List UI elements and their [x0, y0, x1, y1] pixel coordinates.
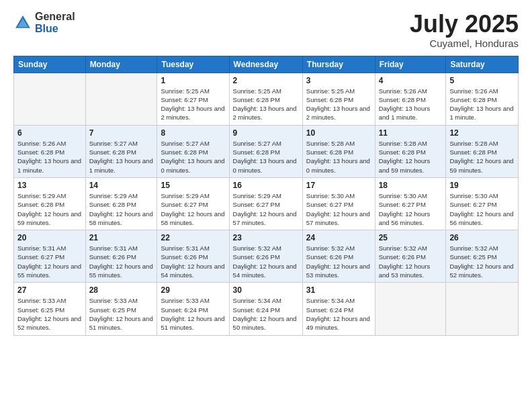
day-number: 7	[89, 128, 154, 138]
calendar-cell: 16Sunrise: 5:29 AMSunset: 6:27 PMDayligh…	[229, 177, 302, 230]
day-number: 8	[161, 128, 225, 138]
calendar-cell: 8Sunrise: 5:27 AMSunset: 6:28 PMDaylight…	[157, 125, 229, 177]
day-number: 3	[306, 76, 371, 85]
day-info: Sunrise: 5:28 AMSunset: 6:28 PMDaylight:…	[306, 139, 371, 175]
day-info: Sunrise: 5:25 AMSunset: 6:27 PMDaylight:…	[161, 87, 225, 122]
col-header-tuesday: Tuesday	[157, 56, 229, 73]
day-number: 9	[233, 128, 299, 138]
col-header-wednesday: Wednesday	[229, 56, 302, 73]
day-number: 30	[233, 285, 299, 295]
calendar-cell: 30Sunrise: 5:34 AMSunset: 6:24 PMDayligh…	[229, 283, 302, 335]
day-number: 6	[17, 128, 82, 138]
day-info: Sunrise: 5:30 AMSunset: 6:27 PMDaylight:…	[306, 191, 371, 227]
col-header-saturday: Saturday	[446, 56, 519, 73]
calendar-table: SundayMondayTuesdayWednesdayThursdayFrid…	[13, 56, 519, 336]
day-info: Sunrise: 5:32 AMSunset: 6:26 PMDaylight:…	[379, 244, 443, 279]
calendar-cell: 11Sunrise: 5:28 AMSunset: 6:28 PMDayligh…	[375, 125, 446, 177]
day-info: Sunrise: 5:30 AMSunset: 6:27 PMDaylight:…	[449, 191, 515, 227]
calendar-cell: 3Sunrise: 5:25 AMSunset: 6:28 PMDaylight…	[302, 73, 375, 125]
calendar-cell: 14Sunrise: 5:29 AMSunset: 6:28 PMDayligh…	[85, 177, 157, 230]
day-info: Sunrise: 5:29 AMSunset: 6:27 PMDaylight:…	[233, 191, 299, 227]
calendar-cell: 5Sunrise: 5:26 AMSunset: 6:28 PMDaylight…	[446, 73, 519, 125]
day-info: Sunrise: 5:28 AMSunset: 6:28 PMDaylight:…	[379, 139, 443, 175]
day-info: Sunrise: 5:32 AMSunset: 6:26 PMDaylight:…	[306, 244, 371, 279]
day-number: 5	[449, 76, 515, 85]
calendar-cell: 29Sunrise: 5:33 AMSunset: 6:24 PMDayligh…	[157, 283, 229, 335]
day-number: 11	[379, 128, 443, 138]
calendar-cell: 22Sunrise: 5:31 AMSunset: 6:26 PMDayligh…	[157, 230, 229, 283]
logo-blue-text: Blue	[35, 23, 75, 35]
calendar-cell: 27Sunrise: 5:33 AMSunset: 6:25 PMDayligh…	[14, 283, 86, 335]
calendar-cell: 7Sunrise: 5:27 AMSunset: 6:28 PMDaylight…	[85, 125, 157, 177]
day-info: Sunrise: 5:26 AMSunset: 6:28 PMDaylight:…	[379, 87, 443, 122]
day-number: 1	[161, 76, 225, 85]
page: General Blue July 2025 Cuyamel, Honduras…	[0, 0, 532, 411]
day-number: 4	[379, 76, 443, 85]
calendar-cell: 2Sunrise: 5:25 AMSunset: 6:28 PMDaylight…	[229, 73, 302, 125]
day-info: Sunrise: 5:29 AMSunset: 6:28 PMDaylight:…	[89, 191, 154, 227]
calendar-cell: 26Sunrise: 5:32 AMSunset: 6:25 PMDayligh…	[446, 230, 519, 283]
day-info: Sunrise: 5:33 AMSunset: 6:25 PMDaylight:…	[17, 296, 82, 332]
day-number: 22	[161, 233, 225, 242]
day-number: 21	[89, 233, 154, 242]
calendar-cell	[446, 283, 519, 335]
calendar-cell	[85, 73, 157, 125]
day-info: Sunrise: 5:27 AMSunset: 6:28 PMDaylight:…	[233, 139, 299, 175]
day-info: Sunrise: 5:26 AMSunset: 6:28 PMDaylight:…	[17, 139, 82, 175]
day-number: 20	[17, 233, 82, 242]
day-number: 12	[449, 128, 515, 138]
calendar-cell: 9Sunrise: 5:27 AMSunset: 6:28 PMDaylight…	[229, 125, 302, 177]
day-info: Sunrise: 5:34 AMSunset: 6:24 PMDaylight:…	[306, 296, 371, 332]
day-number: 13	[17, 181, 82, 190]
day-number: 25	[379, 233, 443, 242]
calendar-week-row: 20Sunrise: 5:31 AMSunset: 6:27 PMDayligh…	[14, 230, 519, 283]
day-info: Sunrise: 5:25 AMSunset: 6:28 PMDaylight:…	[233, 87, 299, 122]
col-header-friday: Friday	[375, 56, 446, 73]
day-info: Sunrise: 5:34 AMSunset: 6:24 PMDaylight:…	[233, 296, 299, 332]
calendar-cell: 10Sunrise: 5:28 AMSunset: 6:28 PMDayligh…	[302, 125, 375, 177]
day-number: 23	[233, 233, 299, 242]
day-info: Sunrise: 5:27 AMSunset: 6:28 PMDaylight:…	[89, 139, 154, 175]
calendar-cell: 12Sunrise: 5:28 AMSunset: 6:28 PMDayligh…	[446, 125, 519, 177]
logo-text: General Blue	[35, 11, 75, 34]
calendar-week-row: 1Sunrise: 5:25 AMSunset: 6:27 PMDaylight…	[14, 73, 519, 125]
calendar-cell: 28Sunrise: 5:33 AMSunset: 6:25 PMDayligh…	[85, 283, 157, 335]
day-info: Sunrise: 5:29 AMSunset: 6:27 PMDaylight:…	[161, 191, 225, 227]
day-number: 31	[306, 285, 371, 295]
day-number: 19	[449, 181, 515, 190]
day-info: Sunrise: 5:31 AMSunset: 6:26 PMDaylight:…	[89, 244, 154, 279]
day-info: Sunrise: 5:33 AMSunset: 6:25 PMDaylight:…	[89, 296, 154, 332]
col-header-thursday: Thursday	[302, 56, 375, 73]
day-number: 10	[306, 128, 371, 138]
logo-general-text: General	[35, 11, 75, 23]
calendar-week-row: 13Sunrise: 5:29 AMSunset: 6:28 PMDayligh…	[14, 177, 519, 230]
day-number: 15	[161, 181, 225, 190]
day-info: Sunrise: 5:33 AMSunset: 6:24 PMDaylight:…	[161, 296, 225, 332]
day-info: Sunrise: 5:25 AMSunset: 6:28 PMDaylight:…	[306, 87, 371, 122]
calendar-cell: 20Sunrise: 5:31 AMSunset: 6:27 PMDayligh…	[14, 230, 86, 283]
calendar-cell: 24Sunrise: 5:32 AMSunset: 6:26 PMDayligh…	[302, 230, 375, 283]
col-header-sunday: Sunday	[14, 56, 86, 73]
day-info: Sunrise: 5:31 AMSunset: 6:27 PMDaylight:…	[17, 244, 82, 279]
day-info: Sunrise: 5:26 AMSunset: 6:28 PMDaylight:…	[449, 87, 515, 122]
day-info: Sunrise: 5:29 AMSunset: 6:28 PMDaylight:…	[17, 191, 82, 227]
calendar-cell: 18Sunrise: 5:30 AMSunset: 6:27 PMDayligh…	[375, 177, 446, 230]
calendar-cell: 4Sunrise: 5:26 AMSunset: 6:28 PMDaylight…	[375, 73, 446, 125]
day-info: Sunrise: 5:31 AMSunset: 6:26 PMDaylight:…	[161, 244, 225, 279]
day-number: 29	[161, 285, 225, 295]
calendar-cell: 25Sunrise: 5:32 AMSunset: 6:26 PMDayligh…	[375, 230, 446, 283]
day-number: 27	[17, 285, 82, 295]
day-number: 28	[89, 285, 154, 295]
day-number: 26	[449, 233, 515, 242]
day-number: 2	[233, 76, 299, 85]
day-info: Sunrise: 5:28 AMSunset: 6:28 PMDaylight:…	[449, 139, 515, 175]
day-info: Sunrise: 5:32 AMSunset: 6:25 PMDaylight:…	[449, 244, 515, 279]
calendar-cell: 23Sunrise: 5:32 AMSunset: 6:26 PMDayligh…	[229, 230, 302, 283]
calendar-header-row: SundayMondayTuesdayWednesdayThursdayFrid…	[14, 56, 519, 73]
calendar-cell: 15Sunrise: 5:29 AMSunset: 6:27 PMDayligh…	[157, 177, 229, 230]
calendar-cell: 6Sunrise: 5:26 AMSunset: 6:28 PMDaylight…	[14, 125, 86, 177]
calendar-cell: 21Sunrise: 5:31 AMSunset: 6:26 PMDayligh…	[85, 230, 157, 283]
day-number: 18	[379, 181, 443, 190]
day-number: 24	[306, 233, 371, 242]
day-number: 16	[233, 181, 299, 190]
